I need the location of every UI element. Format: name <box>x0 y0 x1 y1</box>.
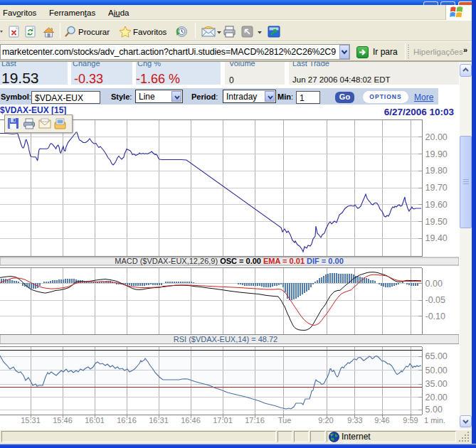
svg-text:-0.05: -0.05 <box>425 295 446 305</box>
svg-text:RSI ($VDAX-EUX,14) = 48.72: RSI ($VDAX-EUX,14) = 48.72 <box>174 335 277 343</box>
svg-text:9:20: 9:20 <box>318 416 333 425</box>
svg-text:20.00: 20.00 <box>425 393 448 402</box>
svg-text:16:31: 16:31 <box>149 416 169 425</box>
svg-text:16:01: 16:01 <box>85 416 105 425</box>
svg-text:20.00: 20.00 <box>425 132 448 142</box>
svg-text:50.00: 50.00 <box>425 366 448 375</box>
svg-text:9:46: 9:46 <box>374 416 389 425</box>
svg-text:16:16: 16:16 <box>117 416 137 425</box>
svg-text:19.50: 19.50 <box>425 217 448 227</box>
svg-text:17:01: 17:01 <box>213 416 233 425</box>
svg-text:9:59: 9:59 <box>403 416 418 425</box>
svg-text:Tue: Tue <box>278 416 292 425</box>
svg-text:MACD ($VDAX-EUX,12,26,9) OSC =: MACD ($VDAX-EUX,12,26,9) OSC = 0.00 EMA … <box>115 257 344 265</box>
svg-text:1 min.: 1 min. <box>424 416 445 425</box>
svg-text:17:16: 17:16 <box>245 416 265 425</box>
svg-text:5.00: 5.00 <box>425 405 443 415</box>
svg-text:16:46: 16:46 <box>181 416 201 425</box>
svg-text:19.90: 19.90 <box>425 149 448 159</box>
svg-text:0.00: 0.00 <box>425 279 443 289</box>
svg-text:19.40: 19.40 <box>425 233 448 243</box>
svg-text:19.70: 19.70 <box>425 183 448 193</box>
svg-text:15:31: 15:31 <box>21 416 41 425</box>
svg-text:65.00: 65.00 <box>425 351 448 361</box>
svg-text:9:33: 9:33 <box>347 416 362 425</box>
svg-text:35.00: 35.00 <box>425 379 448 389</box>
svg-text:-0.10: -0.10 <box>425 311 446 321</box>
svg-text:19.60: 19.60 <box>425 200 448 210</box>
svg-text:15:46: 15:46 <box>53 416 73 425</box>
svg-text:19.80: 19.80 <box>425 166 448 176</box>
